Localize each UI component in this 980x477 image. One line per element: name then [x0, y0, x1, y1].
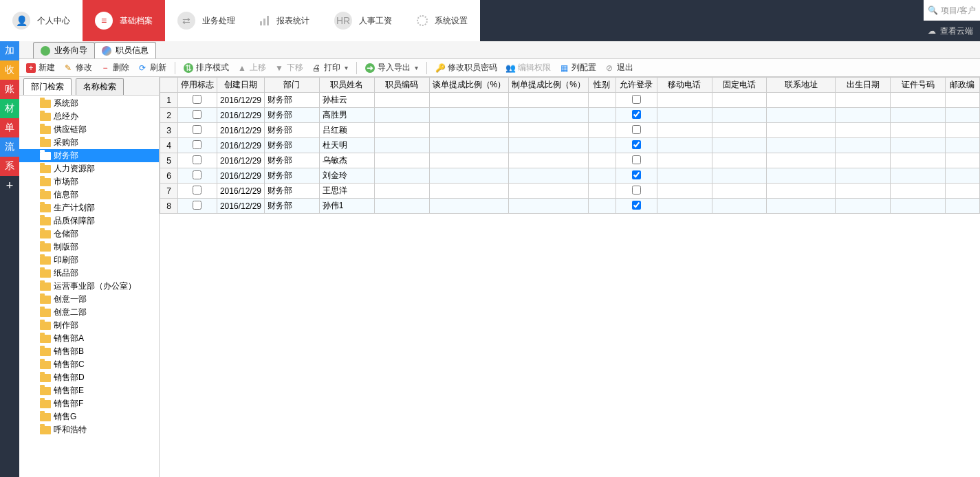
grid-wrap[interactable]: 停用标志创建日期部门职员姓名职员编码谈单提成比例（%）制单提成比例（%）性别允许… — [160, 77, 980, 477]
login-checkbox[interactable] — [632, 170, 641, 179]
col-header[interactable]: 创建日期 — [217, 78, 264, 93]
cell-disabled[interactable] — [177, 153, 217, 168]
col-header[interactable]: 部门 — [265, 78, 320, 93]
cell-login[interactable] — [616, 108, 657, 123]
disabled-checkbox[interactable] — [193, 95, 202, 104]
col-header[interactable]: 固定电话 — [712, 78, 767, 93]
tree-node[interactable]: −财务部 — [19, 149, 159, 162]
cell-disabled[interactable] — [177, 138, 217, 153]
cell-disabled[interactable] — [177, 108, 217, 123]
cell-disabled[interactable] — [177, 184, 217, 199]
disabled-checkbox[interactable] — [193, 140, 202, 149]
edit-button[interactable]: ✎修改 — [61, 60, 95, 75]
col-header[interactable]: 停用标志 — [177, 78, 217, 93]
columns-button[interactable]: ▦列配置 — [556, 60, 599, 75]
table-row[interactable]: 6 2016/12/29 财务部 刘金玲 — [160, 168, 980, 184]
tree-node[interactable]: −采购部 — [19, 136, 159, 149]
sidetab-dept[interactable]: 部门检索 — [23, 78, 72, 95]
move-up-button[interactable]: ▲上移 — [235, 60, 269, 75]
tree-node[interactable]: −销售部B — [19, 345, 159, 358]
nav-basic-archive[interactable]: ≡基础档案 — [83, 0, 165, 41]
tree-node[interactable]: −生产计划部 — [19, 201, 159, 214]
rail-item[interactable]: 加 — [0, 41, 19, 60]
tree-node[interactable]: −销售G — [19, 410, 159, 423]
col-header[interactable]: 证件号码 — [891, 78, 946, 93]
tree-node[interactable]: −呼和浩特 — [19, 423, 159, 436]
login-checkbox[interactable] — [632, 110, 641, 119]
nav-settings[interactable]: 系统设置 — [404, 0, 480, 41]
disabled-checkbox[interactable] — [193, 125, 202, 134]
tree-node[interactable]: −制版部 — [19, 241, 159, 254]
tree-node[interactable]: −销售部D — [19, 371, 159, 384]
tree-node[interactable]: −系统部 — [19, 97, 159, 110]
login-checkbox[interactable] — [632, 201, 641, 210]
cell-login[interactable] — [616, 93, 657, 108]
disabled-checkbox[interactable] — [193, 201, 202, 210]
new-button[interactable]: +新建 — [23, 60, 58, 75]
disabled-checkbox[interactable] — [193, 155, 202, 164]
tree-node[interactable]: −供应链部 — [19, 123, 159, 136]
tree-node[interactable]: −运营事业部（办公室） — [19, 280, 159, 293]
tree-node[interactable]: −纸品部 — [19, 267, 159, 280]
cell-disabled[interactable] — [177, 93, 217, 108]
table-row[interactable]: 5 2016/12/29 财务部 乌敏杰 — [160, 153, 980, 168]
sort-button[interactable]: ⇅排序模式 — [181, 60, 232, 75]
tree-node[interactable]: −销售部A — [19, 332, 159, 345]
nav-business[interactable]: ⇄业务处理 — [165, 0, 248, 41]
tree-node[interactable]: −销售部E — [19, 384, 159, 397]
nav-hr[interactable]: HR人事工资 — [322, 0, 404, 41]
exit-button[interactable]: ⊘退出 — [602, 60, 636, 75]
cell-login[interactable] — [616, 168, 657, 184]
tree-node[interactable]: −制作部 — [19, 319, 159, 332]
print-button[interactable]: 🖨打印 — [309, 60, 351, 75]
nav-personal[interactable]: 👤个人中心 — [0, 0, 83, 41]
login-checkbox[interactable] — [632, 186, 641, 195]
cell-login[interactable] — [616, 184, 657, 199]
col-header[interactable]: 出生日期 — [836, 78, 891, 93]
disabled-checkbox[interactable] — [193, 170, 202, 179]
rail-item[interactable]: 单 — [0, 118, 19, 137]
table-row[interactable]: 7 2016/12/29 财务部 王思洋 — [160, 184, 980, 199]
move-down-button[interactable]: ▼下移 — [272, 60, 306, 75]
login-checkbox[interactable] — [632, 140, 641, 149]
edit-permission-button[interactable]: 👥编辑权限 — [503, 60, 554, 75]
tree-node[interactable]: −销售部C — [19, 358, 159, 371]
col-header[interactable]: 允许登录 — [616, 78, 657, 93]
login-checkbox[interactable] — [632, 95, 641, 104]
tree-node[interactable]: −总经办 — [19, 110, 159, 123]
tree-node[interactable]: −人力资源部 — [19, 162, 159, 175]
tab-employee-info[interactable]: 职员信息 — [94, 42, 156, 58]
login-checkbox[interactable] — [632, 155, 641, 164]
cell-disabled[interactable] — [177, 168, 217, 184]
disabled-checkbox[interactable] — [193, 186, 202, 195]
view-cloud[interactable]: ☁查看云端 — [924, 21, 980, 41]
col-header[interactable]: 职员编码 — [374, 78, 429, 93]
rail-item[interactable]: 账 — [0, 80, 19, 99]
table-row[interactable]: 1 2016/12/29 财务部 孙桂云 — [160, 93, 980, 108]
sidetab-name[interactable]: 名称检索 — [76, 78, 124, 95]
tree-node[interactable]: −销售部F — [19, 397, 159, 410]
cell-login[interactable] — [616, 153, 657, 168]
login-checkbox[interactable] — [632, 125, 641, 134]
col-header[interactable]: 职员姓名 — [319, 78, 374, 93]
col-header[interactable]: 移动电话 — [657, 78, 712, 93]
col-header[interactable]: 性别 — [588, 78, 616, 93]
table-row[interactable]: 8 2016/12/29 财务部 孙伟1 — [160, 199, 980, 214]
cell-disabled[interactable] — [177, 199, 217, 214]
global-search[interactable]: 🔍项目/客户 — [924, 0, 980, 21]
col-header[interactable]: 谈单提成比例（%） — [429, 78, 509, 93]
cell-disabled[interactable] — [177, 123, 217, 138]
rail-item[interactable]: 收 — [0, 60, 19, 80]
cell-login[interactable] — [616, 123, 657, 138]
tree-node[interactable]: −创意一部 — [19, 293, 159, 306]
cell-login[interactable] — [616, 138, 657, 153]
tree-node[interactable]: −信息部 — [19, 188, 159, 201]
disabled-checkbox[interactable] — [193, 110, 202, 119]
import-export-button[interactable]: ➜导入导出 — [362, 60, 421, 75]
tree-node[interactable]: −仓储部 — [19, 228, 159, 241]
delete-button[interactable]: −删除 — [98, 60, 132, 75]
tree-node[interactable]: −印刷部 — [19, 254, 159, 267]
table-row[interactable]: 2 2016/12/29 财务部 高胜男 — [160, 108, 980, 123]
tree-node[interactable]: −品质保障部 — [19, 214, 159, 228]
col-header[interactable]: 联系地址 — [767, 78, 836, 93]
